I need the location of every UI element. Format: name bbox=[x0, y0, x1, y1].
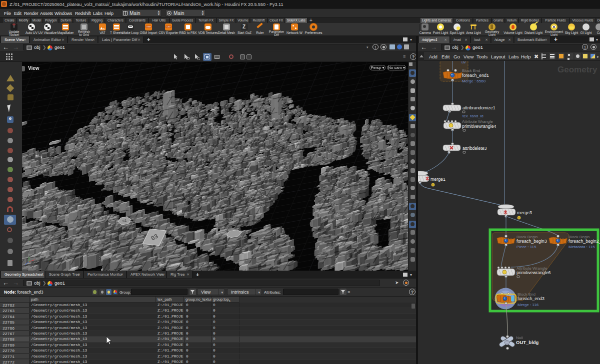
svg-text:uv: uv bbox=[462, 61, 466, 64]
svg-text:Block End: Block End bbox=[462, 68, 480, 73]
svg-text:foreach_end3: foreach_end3 bbox=[518, 296, 544, 301]
svg-text:!: ! bbox=[518, 217, 520, 220]
svg-text:foreach_end1: foreach_end1 bbox=[462, 73, 489, 78]
svg-text:tex_rand_id: tex_rand_id bbox=[462, 114, 484, 118]
svg-text:Metadata : 115: Metadata : 115 bbox=[568, 245, 595, 249]
svg-text:attribrandomize1: attribrandomize1 bbox=[462, 105, 496, 110]
svg-text:merge1: merge1 bbox=[430, 177, 446, 182]
svg-text:primitivewrangle6: primitivewrangle6 bbox=[516, 270, 551, 275]
svg-text:foreach_begin3: foreach_begin3 bbox=[516, 239, 547, 244]
svg-text:Attribute Wrangle: Attribute Wrangle bbox=[462, 119, 493, 124]
svg-text:Piece : 115: Piece : 115 bbox=[516, 245, 536, 249]
svg-text:foreach_begin2_m: foreach_begin2_m bbox=[568, 239, 600, 244]
svg-text:Merge : 6560: Merge : 6560 bbox=[462, 79, 486, 83]
svg-text:!: ! bbox=[432, 184, 434, 187]
svg-text:Merge : 116: Merge : 116 bbox=[518, 303, 539, 307]
svg-text:primitivewrangle4: primitivewrangle4 bbox=[462, 124, 496, 129]
svg-text:attribdelete3: attribdelete3 bbox=[462, 146, 487, 151]
svg-text:OUT_bldg: OUT_bldg bbox=[516, 340, 539, 345]
svg-text:merge3: merge3 bbox=[517, 210, 532, 215]
